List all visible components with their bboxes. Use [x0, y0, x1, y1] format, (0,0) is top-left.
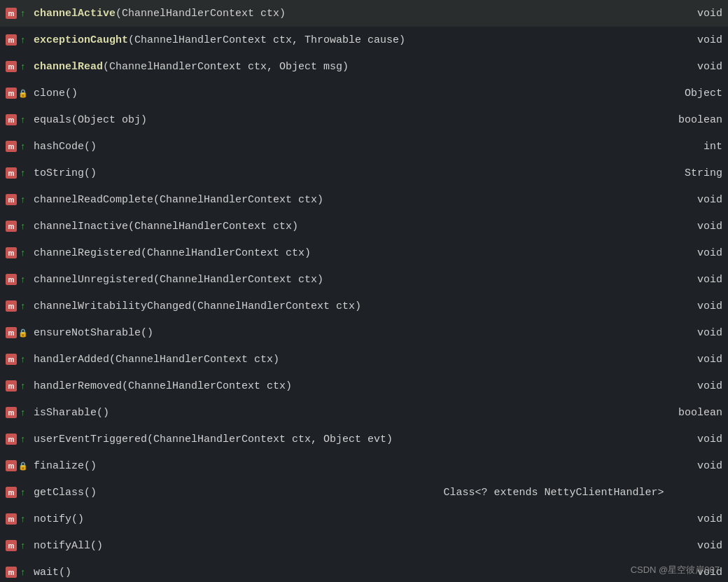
- table-row[interactable]: m↑isSharable()boolean: [0, 399, 728, 426]
- table-row[interactable]: m↑channelUnregistered(ChannelHandlerCont…: [0, 266, 728, 293]
- table-row[interactable]: m↑handlerAdded(ChannelHandlerContext ctx…: [0, 346, 728, 373]
- return-type: void: [666, 460, 722, 472]
- row-icons: m↑: [6, 141, 34, 152]
- return-type: Class<? extends NettyClientHandler>: [371, 487, 722, 499]
- m-icon: m: [6, 247, 17, 258]
- table-row[interactable]: m↑channelRegistered(ChannelHandlerContex…: [0, 240, 728, 266]
- return-type: void: [666, 540, 722, 552]
- method-content: wait(): [34, 567, 666, 578]
- method-content: toString(): [34, 167, 666, 179]
- method-name: clone: [34, 88, 65, 99]
- table-row[interactable]: m↑getClass()Class<? extends NettyClientH…: [0, 479, 728, 506]
- table-row[interactable]: m↑hashCode()int: [0, 133, 728, 160]
- method-name: toString: [34, 167, 84, 179]
- method-params: (): [141, 327, 153, 339]
- method-content: ensureNotSharable(): [34, 327, 666, 339]
- table-row[interactable]: m↑equals(Object obj)boolean: [0, 106, 728, 133]
- access-icon: ↑: [18, 195, 28, 205]
- access-icon: ↑: [18, 567, 28, 577]
- m-icon: m: [6, 513, 17, 525]
- table-row[interactable]: m↑channelInactive(ChannelHandlerContext …: [0, 213, 728, 240]
- return-type: void: [666, 61, 722, 73]
- m-icon: m: [6, 114, 17, 125]
- method-name: notify: [34, 513, 71, 525]
- method-content: channelRegistered(ChannelHandlerContext …: [34, 247, 666, 259]
- method-name: equals: [34, 114, 71, 126]
- table-row[interactable]: m🔒clone()Object: [0, 80, 728, 106]
- method-name: handlerAdded: [34, 354, 109, 366]
- method-params: (): [71, 513, 84, 525]
- table-row[interactable]: m↑notifyAll()void: [0, 532, 728, 559]
- table-row[interactable]: m↑channelReadComplete(ChannelHandlerCont…: [0, 186, 728, 213]
- method-params: (ChannelHandlerContext ctx, Throwable ca…: [128, 34, 405, 46]
- method-content: isSharable(): [34, 407, 664, 419]
- table-row[interactable]: m↑handlerRemoved(ChannelHandlerContext c…: [0, 373, 728, 399]
- return-type: void: [666, 221, 722, 233]
- row-icons: m🔒: [6, 88, 34, 99]
- method-params: (ChannelHandlerContext ctx): [115, 8, 286, 20]
- table-row[interactable]: m↑channelActive(ChannelHandlerContext ct…: [0, 0, 728, 27]
- method-name: channelActive: [34, 8, 115, 20]
- row-icons: m↑: [6, 380, 34, 392]
- return-type: void: [666, 194, 722, 206]
- method-params: (): [84, 487, 97, 499]
- method-params: (): [59, 567, 71, 578]
- row-icons: m↑: [6, 61, 34, 72]
- method-params: (ChannelHandlerContext ctx, Object evt): [147, 434, 393, 445]
- method-list: m↑channelActive(ChannelHandlerContext ct…: [0, 0, 728, 582]
- m-icon: m: [6, 194, 17, 205]
- m-icon: m: [6, 380, 17, 392]
- table-row[interactable]: m↑wait()void: [0, 559, 728, 582]
- row-icons: m↑: [6, 513, 34, 525]
- method-name: ensureNotSharable: [34, 327, 141, 339]
- row-icons: m↑: [6, 434, 34, 445]
- access-icon: ↑: [18, 514, 28, 524]
- return-type: boolean: [664, 114, 722, 126]
- method-name: handlerRemoved: [34, 380, 122, 392]
- table-row[interactable]: m↑exceptionCaught(ChannelHandlerContext …: [0, 27, 728, 53]
- table-row[interactable]: m↑toString()String: [0, 160, 728, 186]
- method-params: (): [97, 407, 109, 419]
- m-icon: m: [6, 274, 17, 285]
- row-icons: m↑: [6, 354, 34, 365]
- access-icon: ↑: [18, 275, 28, 284]
- row-icons: m↑: [6, 540, 34, 551]
- m-icon: m: [6, 487, 17, 498]
- row-icons: m↑: [6, 567, 34, 578]
- method-params: (): [65, 88, 78, 99]
- m-icon: m: [6, 407, 17, 418]
- return-type: void: [666, 327, 722, 339]
- return-type: void: [666, 513, 722, 525]
- table-row[interactable]: m🔒finalize()void: [0, 452, 728, 479]
- table-row[interactable]: m↑notify()void: [0, 506, 728, 532]
- lock-icon: 🔒: [18, 88, 28, 98]
- table-row[interactable]: m↑userEventTriggered(ChannelHandlerConte…: [0, 426, 728, 452]
- m-icon: m: [6, 327, 17, 338]
- m-icon: m: [6, 540, 17, 551]
- m-icon: m: [6, 88, 17, 99]
- method-name: wait: [34, 567, 59, 578]
- m-icon: m: [6, 34, 17, 46]
- method-name: exceptionCaught: [34, 34, 128, 46]
- access-icon: ↑: [18, 35, 28, 45]
- row-icons: m↑: [6, 8, 34, 19]
- method-content: channelInactive(ChannelHandlerContext ct…: [34, 221, 666, 233]
- row-icons: m↑: [6, 407, 34, 418]
- method-params: (): [90, 540, 103, 552]
- method-name: hashCode: [34, 141, 84, 153]
- row-icons: m↑: [6, 487, 34, 498]
- method-content: hashCode(): [34, 141, 666, 153]
- method-name: channelWritabilityChanged: [34, 300, 191, 312]
- row-icons: m↑: [6, 221, 34, 232]
- method-content: channelRead(ChannelHandlerContext ctx, O…: [34, 61, 666, 73]
- row-icons: m↑: [6, 34, 34, 46]
- row-icons: m↑: [6, 247, 34, 258]
- method-content: equals(Object obj): [34, 114, 664, 126]
- method-name: channelRegistered: [34, 247, 141, 259]
- method-content: exceptionCaught(ChannelHandlerContext ct…: [34, 34, 666, 46]
- table-row[interactable]: m↑channelRead(ChannelHandlerContext ctx,…: [0, 53, 728, 80]
- method-name: finalize: [34, 460, 84, 472]
- method-params: (ChannelHandlerContext ctx): [128, 221, 298, 233]
- table-row[interactable]: m🔒ensureNotSharable()void: [0, 319, 728, 346]
- table-row[interactable]: m↑channelWritabilityChanged(ChannelHandl…: [0, 293, 728, 319]
